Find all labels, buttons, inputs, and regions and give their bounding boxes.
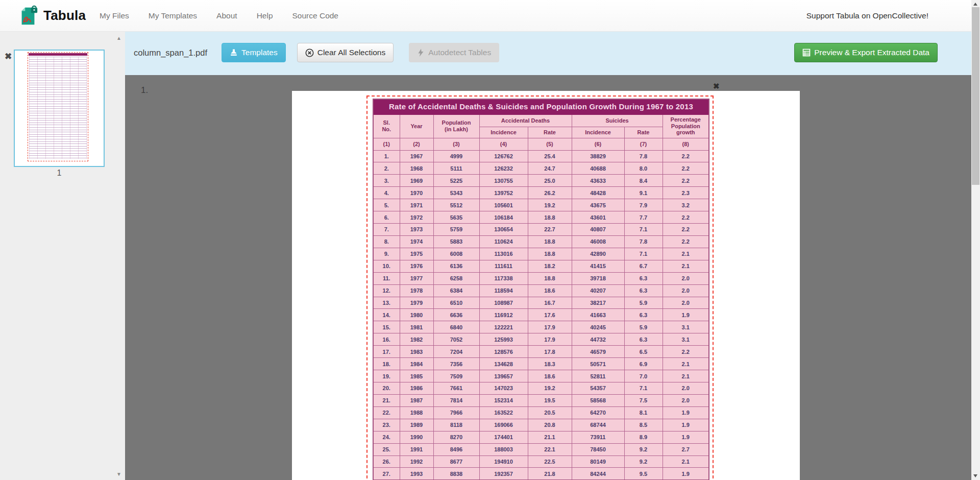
brand-link[interactable]: Tabula (0, 5, 86, 27)
scrollbar-down-arrow[interactable] (973, 474, 977, 477)
sidebar-scroll-down-icon[interactable]: ▼ (116, 472, 121, 477)
selection-close-icon[interactable]: ✖ (713, 82, 720, 91)
support-link[interactable]: Support Tabula on OpenCollective! (806, 11, 928, 20)
export-label: Preview & Export Extracted Data (814, 48, 929, 57)
navbar: Tabula My Files My Templates About Help … (0, 0, 971, 32)
toolbar-row: column_span_1.pdf Templates Cle (125, 43, 971, 62)
document-filename: column_span_1.pdf (134, 48, 207, 58)
toolbar: column_span_1.pdf Templates Cle (125, 32, 971, 75)
templates-label: Templates (241, 48, 278, 57)
clear-label: Clear All Selections (317, 48, 386, 57)
thumbnail-page-number: 1 (14, 169, 105, 178)
page-sidebar: ▲ ✖ 1 ▼ (0, 32, 125, 480)
table-list-icon (802, 49, 811, 57)
document-viewport: 1. Rate of Accidental Deaths & Suicides … (125, 75, 971, 480)
scrollbar-up-arrow[interactable] (973, 3, 977, 6)
thumbnail-selection-overlay (28, 52, 88, 161)
nav-source-code[interactable]: Source Code (283, 11, 348, 20)
remove-page-icon[interactable]: ✖ (5, 51, 12, 62)
table-selection-box[interactable] (366, 95, 714, 480)
main-nav: My Files My Templates About Help Source … (90, 11, 348, 20)
lightning-icon (417, 49, 425, 57)
autodetect-tables-button: Autodetect Tables (409, 43, 499, 62)
templates-button[interactable]: Templates (222, 43, 286, 62)
brand-name: Tabula (43, 8, 86, 23)
tabula-logo-icon (17, 5, 39, 27)
autodetect-label: Autodetect Tables (428, 48, 491, 57)
nav-my-files[interactable]: My Files (90, 11, 139, 20)
nav-my-templates[interactable]: My Templates (139, 11, 207, 20)
preview-export-button[interactable]: Preview & Export Extracted Data (794, 43, 938, 62)
scrollbar-thumb[interactable] (972, 7, 979, 185)
clear-all-selections-button[interactable]: Clear All Selections (297, 43, 394, 62)
thumbnail-table-rows (29, 57, 87, 159)
pdf-page[interactable]: Rate of Accidental Deaths & Suicides and… (292, 91, 800, 480)
templates-icon (230, 49, 238, 57)
nav-about[interactable]: About (207, 11, 247, 20)
circle-x-icon (305, 49, 314, 57)
thumbnail-table-title-bar (29, 53, 87, 56)
page-thumbnail[interactable] (14, 50, 105, 167)
tabula-app: Tabula My Files My Templates About Help … (0, 0, 980, 480)
nav-help[interactable]: Help (247, 11, 283, 20)
page-number-label: 1. (141, 85, 148, 95)
sidebar-scroll-up-icon[interactable]: ▲ (116, 36, 121, 41)
vertical-scrollbar (971, 0, 980, 480)
